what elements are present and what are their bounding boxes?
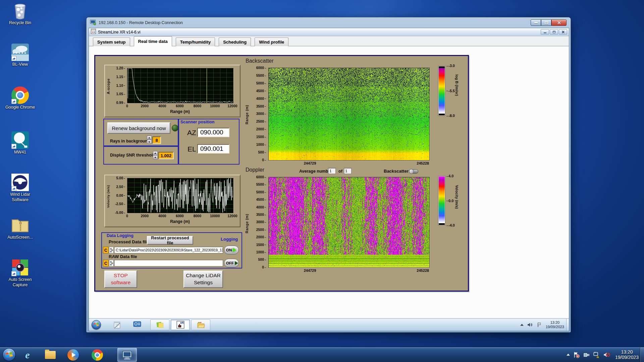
axis-tick: 5500 <box>256 73 266 77</box>
chrome-button[interactable] <box>91 348 104 362</box>
taskbar-button-sticky-notes[interactable] <box>150 319 169 330</box>
backscatter-heatmap[interactable] <box>268 68 430 161</box>
show-hidden-icons-arrow[interactable] <box>520 324 524 326</box>
desktop-icon-auto-screen-capture[interactable]: Auto Screen Capture <box>3 259 38 288</box>
windows-explorer-button[interactable] <box>44 348 57 362</box>
minimize-button[interactable] <box>541 29 549 35</box>
axis-tick: 500 <box>258 257 266 261</box>
display-settings-icon[interactable] <box>133 321 141 329</box>
xr-app-icon: XR <box>176 321 184 329</box>
processed-path-type-icon[interactable] <box>109 247 114 253</box>
restore-button[interactable] <box>550 29 558 35</box>
velocity-plot[interactable] <box>127 178 233 213</box>
rdp-titlebar[interactable]: 192.168.0.150 - Remote Desktop Connectio… <box>87 17 571 28</box>
close-button[interactable] <box>559 29 567 35</box>
raw-path-type-icon[interactable] <box>109 260 114 266</box>
backscatter-toggle-switch[interactable] <box>409 169 418 174</box>
doppler-heatmap[interactable] <box>268 177 430 268</box>
vi-file-icon <box>91 29 96 35</box>
change-button-line2: Settings <box>194 279 213 286</box>
rays-value-field[interactable]: 8 <box>152 136 161 144</box>
snr-value-field[interactable]: 1.002 <box>158 152 174 159</box>
backscatter-x-end: 245228 <box>399 161 429 165</box>
media-player-button[interactable] <box>66 348 80 362</box>
off-led-icon <box>235 261 238 265</box>
internet-explorer-button[interactable]: e <box>21 348 34 362</box>
close-button[interactable] <box>551 19 567 26</box>
action-center-flag-error-icon[interactable] <box>573 351 580 358</box>
rays-spinner[interactable] <box>147 136 152 144</box>
auto-screen-capture-icon <box>11 259 29 276</box>
folder-icon <box>197 321 205 329</box>
show-hidden-icons-arrow[interactable] <box>567 354 570 356</box>
axis-tick: 10000 <box>209 214 221 218</box>
show-desktop-button[interactable] <box>640 347 644 362</box>
desktop-icon-mw41[interactable]: MW41 <box>3 131 38 155</box>
tab-temp-humidity[interactable]: Temp/humidity <box>176 38 215 46</box>
clock[interactable]: 13:20 19/09/2023 <box>615 349 639 360</box>
tab-real-time-data[interactable]: Real time data <box>134 36 172 46</box>
axis-tick: 4000 <box>156 214 168 218</box>
elevation-label: EL <box>187 145 196 153</box>
on-led-icon <box>233 248 236 252</box>
backscatter-y-ticks: 6000550050004500400035003000250020001500… <box>251 66 266 162</box>
axis-tick: 6000 <box>174 214 186 218</box>
desktop-icon-recycle-bin[interactable]: Recycle Bin <box>3 2 38 26</box>
desktop-icon-wind-lidar[interactable]: Wind Lidar Software <box>3 174 38 202</box>
rays-in-background-label: Rays in background <box>110 139 150 143</box>
clock-time: 13:20 <box>615 349 639 355</box>
raw-drive-button[interactable]: C <box>103 260 109 266</box>
axis-tick: 2000 <box>256 235 266 239</box>
app-titlebar[interactable]: StreamLine XR v14-6.vi <box>89 28 569 36</box>
axis-tick: 3500 <box>256 213 266 217</box>
tab-wind-profile[interactable]: Wind profile <box>255 38 288 46</box>
stop-software-button[interactable]: STOP software <box>104 270 137 288</box>
elevation-field[interactable]: 090.001 <box>197 144 229 154</box>
axis-tick: 5000 <box>256 190 266 194</box>
desktop-icon-bl-view[interactable]: BL-View <box>3 44 38 67</box>
renew-background-button[interactable]: Renew background now <box>107 122 170 134</box>
start-button[interactable] <box>3 348 15 361</box>
remote-start-button[interactable] <box>92 320 101 329</box>
processed-drive-button[interactable]: C <box>103 247 109 253</box>
device-warning-icon[interactable] <box>593 351 600 358</box>
desktop-icon-google-chrome[interactable]: Google Chrome <box>3 86 38 110</box>
restart-processed-file-button[interactable]: Restart processed file <box>147 236 193 245</box>
remote-show-desktop-button[interactable] <box>566 319 569 331</box>
taskbar-button-explorer[interactable] <box>191 319 210 330</box>
desktop-icon-autoscreen-zip[interactable]: AutoScreen... <box>3 217 38 240</box>
rdp-taskbar-button[interactable] <box>117 348 137 362</box>
average-total-field[interactable]: 1 <box>344 168 352 174</box>
axis-tick: 12000 <box>226 104 238 108</box>
change-lidar-settings-button[interactable]: Change LiDAR Settings <box>183 270 223 288</box>
action-center-flag-icon[interactable] <box>536 322 542 328</box>
maximize-button[interactable] <box>541 19 551 26</box>
raw-logging-off-switch[interactable]: OFF <box>224 259 239 267</box>
shortcut-arrow-icon <box>11 186 16 191</box>
stop-button-line1: STOP <box>114 272 128 279</box>
axis-tick: 2.50 <box>116 185 125 189</box>
volume-icon[interactable] <box>527 322 533 328</box>
tab-system-setup[interactable]: System setup <box>93 38 130 46</box>
power-plug-icon[interactable] <box>583 351 590 358</box>
azimuth-field[interactable]: 090.000 <box>197 128 229 137</box>
svg-text:XR: XR <box>180 321 183 324</box>
ascope-plot[interactable] <box>127 68 233 103</box>
tab-scheduling[interactable]: Scheduling <box>219 38 251 46</box>
doppler-x-start: 244729 <box>291 268 328 273</box>
processed-logging-on-switch[interactable]: ON <box>224 246 239 254</box>
average-number-field[interactable]: 1 <box>328 168 336 174</box>
snr-spinner[interactable] <box>153 151 158 159</box>
minimize-button[interactable] <box>531 19 541 26</box>
volume-muted-icon[interactable] <box>603 351 610 358</box>
axis-tick: 2500 <box>256 119 266 123</box>
taskbar-button-streamline-xr[interactable]: XR <box>171 319 190 330</box>
remote-clock[interactable]: 13:20 19/09/2023 <box>546 320 564 329</box>
raw-path-field[interactable] <box>114 260 223 266</box>
wind-lidar-icon <box>11 174 29 191</box>
remote-date: 19/09/2023 <box>546 325 564 329</box>
axis-tick: 5000 <box>256 81 266 85</box>
axis-tick: 3500 <box>256 104 266 108</box>
processed-path-field[interactable]: C:\Lidar\Data\Proc\2023\202309\20230919\… <box>114 247 223 253</box>
notepad-icon[interactable] <box>113 321 121 329</box>
